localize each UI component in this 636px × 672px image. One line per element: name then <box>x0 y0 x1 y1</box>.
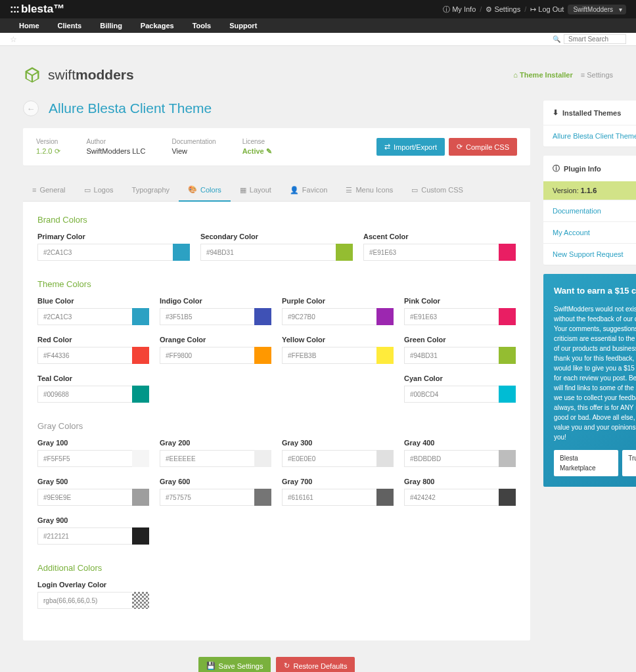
plugin-doc-link[interactable]: Documentation <box>543 200 636 221</box>
color-label: Gray 300 <box>282 439 394 447</box>
color-input[interactable] <box>37 527 132 545</box>
tab-typography[interactable]: Typography <box>123 179 179 201</box>
nav-clients[interactable]: Clients <box>49 19 91 32</box>
crumb-settings[interactable]: ≡ Settings <box>581 71 613 79</box>
color-input[interactable] <box>282 450 376 467</box>
color-label: Gray 600 <box>160 478 271 485</box>
blesta-logo[interactable]: :::blesta™ <box>10 3 64 16</box>
tab-favicon[interactable]: 👤 Favicon <box>281 179 337 201</box>
tab-custom-css[interactable]: ▭ Custom CSS <box>402 179 472 201</box>
tab-menu-icons[interactable]: ☰ Menu Icons <box>336 179 402 201</box>
logout-link[interactable]: ↦ Log Out <box>530 5 564 14</box>
plugin-account-link[interactable]: My Account <box>543 221 636 243</box>
company-select[interactable]: SwiftModders <box>568 5 626 14</box>
color-swatch[interactable] <box>376 489 394 506</box>
color-swatch[interactable] <box>499 244 516 261</box>
color-field: Pink Color <box>404 297 516 325</box>
color-input[interactable] <box>160 450 254 467</box>
color-input[interactable] <box>200 244 336 261</box>
tab-general[interactable]: ≡ General <box>23 179 75 201</box>
color-input[interactable] <box>37 308 132 325</box>
color-swatch[interactable] <box>499 308 516 325</box>
color-label: Secondary Color <box>200 233 353 240</box>
plugin-support-link[interactable]: New Support Request <box>543 243 636 265</box>
color-label: Gray 500 <box>37 478 149 485</box>
download-icon: ⬇ <box>553 108 558 117</box>
nav-support[interactable]: Support <box>220 19 266 32</box>
color-swatch[interactable] <box>132 527 149 545</box>
color-input[interactable] <box>37 592 132 609</box>
color-label: Yellow Color <box>282 336 394 344</box>
compile-css-button[interactable]: ⟳ Compile CSS <box>449 138 517 156</box>
section-additional: Additional Colors <box>37 563 516 573</box>
color-swatch[interactable] <box>132 347 149 364</box>
doc-view-link[interactable]: View <box>171 147 216 155</box>
color-input[interactable] <box>160 308 254 325</box>
color-swatch[interactable] <box>132 592 149 609</box>
color-input[interactable] <box>37 450 132 467</box>
color-label: Ascent Color <box>363 233 516 240</box>
color-input[interactable] <box>37 244 173 261</box>
color-input[interactable] <box>404 308 499 325</box>
color-swatch[interactable] <box>254 308 271 325</box>
save-button[interactable]: 💾 Save Settings <box>198 657 271 672</box>
import-export-button[interactable]: ⇄ Import/Export <box>376 138 445 156</box>
color-input[interactable] <box>37 489 132 506</box>
color-swatch[interactable] <box>499 347 516 364</box>
color-input[interactable] <box>404 450 499 467</box>
color-swatch[interactable] <box>254 489 271 506</box>
color-input[interactable] <box>160 489 254 506</box>
refresh-icon[interactable]: ⟳ <box>55 147 60 155</box>
star-icon[interactable]: ☆ <box>10 35 17 44</box>
color-field: Orange Color <box>160 336 271 364</box>
color-input[interactable] <box>404 386 499 403</box>
color-swatch[interactable] <box>499 450 516 467</box>
color-swatch[interactable] <box>376 347 394 364</box>
color-swatch[interactable] <box>254 347 271 364</box>
color-swatch[interactable] <box>132 489 149 506</box>
color-input[interactable] <box>404 347 499 364</box>
settings-link[interactable]: ⚙ Settings <box>486 5 520 14</box>
back-button[interactable]: ← <box>23 101 39 116</box>
color-swatch[interactable] <box>499 489 516 506</box>
nav-home[interactable]: Home <box>10 19 49 32</box>
color-swatch[interactable] <box>499 386 516 403</box>
nav-packages[interactable]: Packages <box>131 19 183 32</box>
color-label: Primary Color <box>37 233 190 240</box>
color-input[interactable] <box>282 308 376 325</box>
marketplace-button[interactable]: Blesta Marketplace <box>554 450 618 476</box>
color-swatch[interactable] <box>132 450 149 467</box>
list-icon: ≡ <box>32 186 36 194</box>
tab-logos[interactable]: ▭ Logos <box>75 179 123 201</box>
page-title: Allure Blesta Client Theme <box>49 101 212 116</box>
nav-tools[interactable]: Tools <box>183 19 221 32</box>
color-field: Gray 800 <box>404 478 516 506</box>
search-input[interactable] <box>564 34 626 44</box>
promo-body: SwiftModders would not exist without the… <box>554 304 636 442</box>
color-input[interactable] <box>160 347 254 364</box>
grid-icon: ▦ <box>240 186 246 194</box>
color-swatch[interactable] <box>132 308 149 325</box>
color-swatch[interactable] <box>376 450 394 467</box>
color-input[interactable] <box>37 386 132 403</box>
color-swatch[interactable] <box>336 244 353 261</box>
nav-billing[interactable]: Billing <box>91 19 131 32</box>
edit-icon[interactable]: ✎ <box>266 147 272 155</box>
color-input[interactable] <box>37 347 132 364</box>
trustpilot-button[interactable]: Trustpilot <box>622 450 636 476</box>
color-field: Login Overlay Color <box>37 581 149 609</box>
color-input[interactable] <box>404 489 499 506</box>
tab-colors[interactable]: 🎨 Colors <box>179 179 231 202</box>
tab-layout[interactable]: ▦ Layout <box>231 179 281 201</box>
crumb-theme-installer[interactable]: ⌂ Theme Installer <box>513 71 572 79</box>
installed-theme-link[interactable]: Allure Blesta Client Theme <box>543 125 636 146</box>
color-swatch[interactable] <box>376 308 394 325</box>
restore-button[interactable]: ↻ Restore Defaults <box>276 657 355 672</box>
color-swatch[interactable] <box>254 450 271 467</box>
color-swatch[interactable] <box>173 244 190 261</box>
color-input[interactable] <box>282 489 376 506</box>
color-swatch[interactable] <box>132 386 149 403</box>
color-input[interactable] <box>363 244 499 261</box>
my-info-link[interactable]: ⓘ My Info <box>443 5 476 14</box>
color-input[interactable] <box>282 347 376 364</box>
